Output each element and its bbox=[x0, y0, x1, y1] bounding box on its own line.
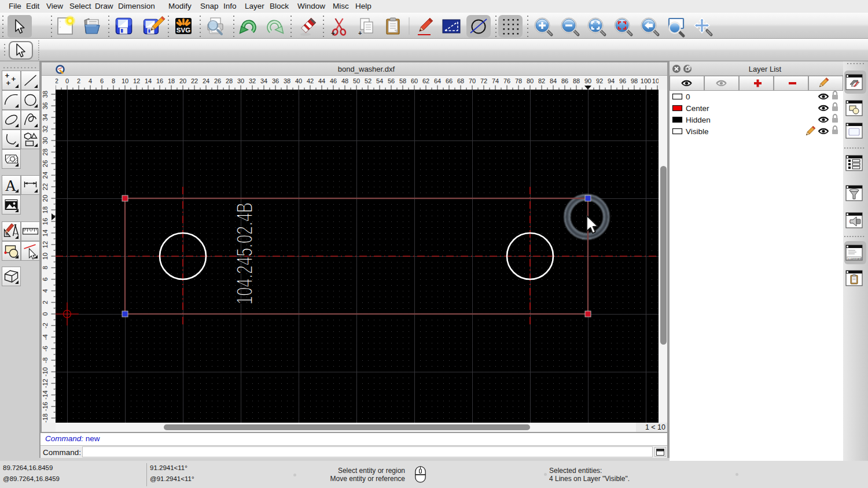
svg-text:c command: c command bbox=[848, 257, 862, 260]
